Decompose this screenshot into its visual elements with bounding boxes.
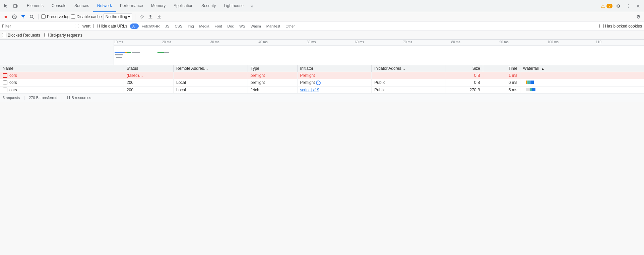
- upload-icon[interactable]: [147, 13, 154, 20]
- filter-type-css[interactable]: CSS: [173, 23, 185, 29]
- col-initiator-address[interactable]: Initiator Addres…: [372, 65, 446, 72]
- timeline-graph-area: 10 ms20 ms30 ms40 ms50 ms60 ms70 ms80 ms…: [114, 40, 644, 65]
- timeline-graph: [114, 46, 644, 65]
- tab-lighthouse[interactable]: Lighthouse: [220, 0, 248, 12]
- filter-type-media[interactable]: Media: [197, 23, 212, 29]
- search-icon[interactable]: [28, 13, 36, 20]
- filter-type-other[interactable]: Other: [283, 23, 297, 29]
- close-devtools-button[interactable]: ✕: [634, 2, 643, 10]
- cell-type-2: fetch: [248, 86, 297, 93]
- has-blocked-cookies-input[interactable]: [599, 24, 604, 28]
- filter-type-all[interactable]: All: [130, 23, 139, 29]
- cell-remote-2: Local: [173, 86, 248, 93]
- initiator-link[interactable]: script.js:19: [300, 88, 319, 92]
- cell-name-text: cors: [9, 80, 17, 85]
- throttle-select[interactable]: No throttling ▾: [103, 13, 133, 20]
- table-row[interactable]: cors200LocalpreflightPreflight ↑Public0 …: [0, 79, 644, 87]
- tab-console[interactable]: Console: [48, 0, 70, 12]
- hide-data-urls-checkbox[interactable]: Hide data URLs: [93, 24, 127, 29]
- tab-elements[interactable]: Elements: [23, 0, 48, 12]
- hide-data-urls-input[interactable]: [93, 24, 98, 28]
- timeline-bar-blue: [115, 52, 125, 53]
- requests-count: 3 requests: [3, 96, 20, 100]
- has-blocked-cookies-checkbox[interactable]: Has blocked cookies: [599, 24, 642, 29]
- filter-type-js[interactable]: JS: [163, 23, 172, 29]
- issues-badge[interactable]: ⚠ 2: [601, 3, 613, 9]
- cell-remote-0: [173, 72, 248, 79]
- filter-input[interactable]: [2, 24, 69, 29]
- filter-type-font[interactable]: Font: [212, 23, 224, 29]
- timeline-container: 10 ms20 ms30 ms40 ms50 ms60 ms70 ms80 ms…: [0, 40, 644, 65]
- svg-line-3: [13, 16, 15, 18]
- disable-cache-input[interactable]: [71, 14, 75, 19]
- warning-icon: ⚠: [601, 3, 605, 9]
- throttle-chevron-icon: ▾: [128, 14, 130, 19]
- more-options-icon[interactable]: ⋮: [624, 2, 633, 10]
- tab-network[interactable]: Network: [93, 0, 116, 12]
- filter-type-img[interactable]: Img: [185, 23, 196, 29]
- tab-memory[interactable]: Memory: [147, 0, 170, 12]
- cursor-icon[interactable]: [1, 2, 10, 10]
- filter-divider-1: [72, 23, 72, 29]
- toolbar-divider-2: [135, 14, 135, 19]
- col-type[interactable]: Type: [248, 65, 297, 72]
- ruler-tick-3: 40 ms: [258, 40, 267, 44]
- blocked-requests-checkbox[interactable]: Blocked Requests: [2, 33, 40, 38]
- filter-icon[interactable]: [19, 13, 27, 20]
- third-party-checkbox[interactable]: 3rd-party requests: [44, 33, 82, 38]
- preserve-log-checkbox[interactable]: Preserve log: [41, 14, 69, 19]
- col-status[interactable]: Status: [124, 65, 174, 72]
- filter-type-fetch/xhr[interactable]: Fetch/XHR: [139, 23, 162, 29]
- filter-type-ws[interactable]: WS: [237, 23, 248, 29]
- issues-count: 2: [606, 4, 613, 8]
- col-remote-address[interactable]: Remote Addres…: [173, 65, 248, 72]
- cell-size-1: 0 B: [446, 79, 483, 87]
- network-toolbar: ● Preserve log Disable cache No throttli…: [0, 12, 644, 21]
- blocking-bar: Blocked Requests 3rd-party requests: [0, 31, 644, 40]
- timeline-bar-green2: [157, 52, 164, 53]
- col-name[interactable]: Name: [0, 65, 124, 72]
- table-body: cors(failed)…preflightPreflight0 B1 msco…: [0, 72, 644, 94]
- wifi-icon[interactable]: [138, 13, 145, 20]
- row-checkbox-2[interactable]: [3, 88, 7, 92]
- toolbar-settings: ⚙: [635, 13, 642, 20]
- invert-check-input[interactable]: [75, 24, 79, 28]
- network-settings-icon[interactable]: ⚙: [635, 13, 642, 20]
- cell-name-1: cors: [0, 79, 124, 87]
- tab-application[interactable]: Application: [170, 0, 197, 12]
- svg-line-5: [33, 17, 34, 18]
- disable-cache-checkbox[interactable]: Disable cache: [71, 14, 102, 19]
- preserve-log-input[interactable]: [41, 14, 46, 19]
- filter-type-wasm[interactable]: Wasm: [248, 23, 263, 29]
- settings-icon[interactable]: ⚙: [614, 2, 623, 10]
- more-tabs-button[interactable]: »: [248, 2, 256, 10]
- status-sep-2: |: [61, 96, 62, 100]
- cell-type-1: preflight: [248, 79, 297, 87]
- filter-type-manifest[interactable]: Manifest: [264, 23, 283, 29]
- col-size[interactable]: Size: [446, 65, 483, 72]
- tab-sources[interactable]: Sources: [70, 0, 93, 12]
- row-checkbox-1[interactable]: [3, 80, 7, 85]
- record-button[interactable]: ●: [2, 13, 9, 20]
- download-icon[interactable]: [155, 13, 163, 20]
- col-time[interactable]: Time: [483, 65, 520, 72]
- col-waterfall[interactable]: Waterfall ▲: [520, 65, 644, 72]
- ruler-tick-8: 90 ms: [499, 40, 508, 44]
- table-row[interactable]: cors200Localfetchscript.js:19Public270 B…: [0, 86, 644, 93]
- filter-right: Has blocked cookies: [599, 24, 642, 29]
- timeline-bar-gray2: [164, 52, 169, 53]
- cell-name-2: cors: [0, 86, 124, 93]
- requests-table-wrapper[interactable]: Name Status Remote Addres… Type Initiato…: [0, 65, 644, 94]
- tab-performance[interactable]: Performance: [116, 0, 147, 12]
- col-initiator[interactable]: Initiator: [297, 65, 372, 72]
- cell-name-text: cors: [9, 88, 17, 92]
- device-toolbar-icon[interactable]: [11, 2, 20, 10]
- third-party-input[interactable]: [44, 33, 49, 37]
- filter-type-doc[interactable]: Doc: [225, 23, 237, 29]
- clear-button[interactable]: [11, 13, 18, 20]
- tab-security[interactable]: Security: [197, 0, 220, 12]
- filter-types: AllFetch/XHRJSCSSImgMediaFontDocWSWasmMa…: [130, 23, 297, 29]
- invert-checkbox[interactable]: Invert: [75, 24, 90, 29]
- blocked-requests-input[interactable]: [2, 33, 6, 37]
- table-row[interactable]: cors(failed)…preflightPreflight0 B1 ms: [0, 72, 644, 79]
